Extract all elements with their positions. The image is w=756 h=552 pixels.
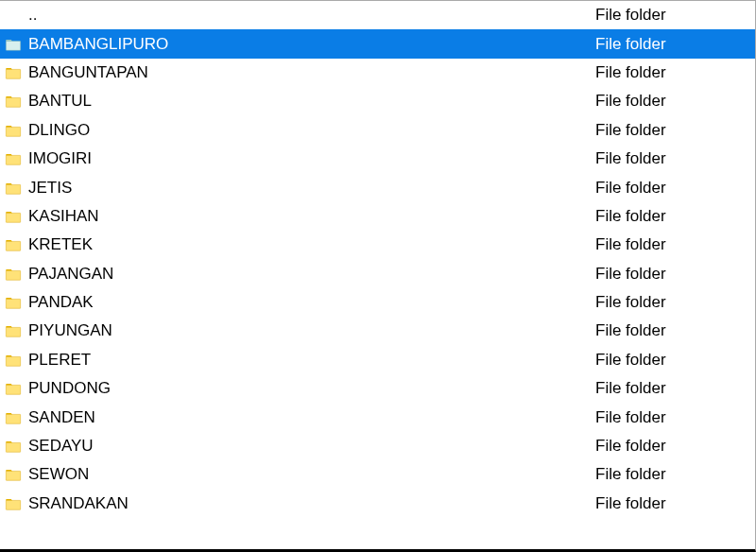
svg-rect-14 bbox=[6, 442, 20, 452]
svg-rect-3 bbox=[6, 127, 20, 136]
svg-rect-0 bbox=[6, 41, 20, 50]
item-name: SEWON bbox=[28, 465, 595, 484]
list-item[interactable]: PUNDONGFile folder bbox=[0, 374, 755, 403]
file-list[interactable]: ..File folderBAMBANGLIPUROFile folderBAN… bbox=[0, 0, 756, 552]
item-name: BAMBANGLIPURO bbox=[28, 35, 595, 54]
svg-rect-2 bbox=[6, 98, 20, 108]
list-item[interactable]: PAJANGANFile folder bbox=[0, 260, 755, 288]
svg-rect-9 bbox=[6, 299, 20, 308]
item-name: SRANDAKAN bbox=[28, 494, 595, 513]
item-type: File folder bbox=[595, 379, 755, 398]
folder-icon bbox=[4, 235, 23, 254]
folder-icon bbox=[4, 379, 23, 398]
list-item[interactable]: JETISFile folder bbox=[0, 173, 755, 201]
item-name: PANDAK bbox=[28, 293, 595, 312]
item-name: SEDAYU bbox=[28, 437, 595, 456]
list-item[interactable]: SEWONFile folder bbox=[0, 460, 755, 489]
svg-rect-8 bbox=[6, 270, 20, 280]
item-name: BANTUL bbox=[28, 92, 595, 111]
svg-rect-13 bbox=[6, 414, 20, 423]
item-type: File folder bbox=[595, 408, 755, 427]
svg-rect-6 bbox=[6, 213, 20, 222]
item-type: File folder bbox=[595, 35, 755, 54]
item-name: PUNDONG bbox=[28, 379, 595, 398]
item-name: BANGUNTAPAN bbox=[28, 63, 595, 82]
item-type: File folder bbox=[595, 351, 755, 370]
item-name: PLERET bbox=[28, 351, 595, 370]
item-type: File folder bbox=[595, 207, 755, 226]
folder-icon bbox=[4, 92, 23, 111]
item-type: File folder bbox=[595, 437, 755, 456]
list-item[interactable]: KRETEKFile folder bbox=[0, 231, 755, 259]
folder-icon bbox=[4, 63, 23, 82]
folder-icon bbox=[4, 265, 23, 284]
folder-icon bbox=[4, 351, 23, 370]
svg-rect-12 bbox=[6, 386, 20, 395]
item-type: File folder bbox=[595, 92, 755, 111]
svg-rect-10 bbox=[6, 328, 20, 337]
item-type: File folder bbox=[595, 235, 755, 254]
item-name: IMOGIRI bbox=[28, 149, 595, 168]
list-item[interactable]: SEDAYUFile folder bbox=[0, 432, 755, 460]
item-name: KASIHAN bbox=[28, 207, 595, 226]
list-item[interactable]: ..File folder bbox=[0, 1, 755, 29]
list-item[interactable]: BANGUNTAPANFile folder bbox=[0, 59, 755, 87]
item-type: File folder bbox=[595, 149, 755, 168]
item-type: File folder bbox=[595, 6, 755, 25]
list-item[interactable]: SANDENFile folder bbox=[0, 403, 755, 431]
item-type: File folder bbox=[595, 465, 755, 484]
list-item[interactable]: PIYUNGANFile folder bbox=[0, 317, 755, 345]
item-type: File folder bbox=[595, 293, 755, 312]
item-name: DLINGO bbox=[28, 121, 595, 140]
list-item[interactable]: DLINGOFile folder bbox=[0, 116, 755, 145]
item-type: File folder bbox=[595, 321, 755, 340]
list-item[interactable]: PLERETFile folder bbox=[0, 346, 755, 374]
item-name: PIYUNGAN bbox=[28, 321, 595, 340]
folder-icon bbox=[4, 437, 23, 456]
list-item[interactable]: IMOGIRIFile folder bbox=[0, 145, 755, 173]
svg-rect-16 bbox=[6, 500, 20, 509]
item-type: File folder bbox=[595, 265, 755, 284]
item-type: File folder bbox=[595, 494, 755, 513]
svg-rect-7 bbox=[6, 242, 20, 251]
item-name: .. bbox=[28, 6, 595, 25]
list-item[interactable]: PANDAKFile folder bbox=[0, 288, 755, 317]
svg-rect-5 bbox=[6, 184, 20, 194]
folder-icon bbox=[4, 149, 23, 168]
folder-icon bbox=[4, 207, 23, 226]
item-name: SANDEN bbox=[28, 408, 595, 427]
folder-icon bbox=[4, 179, 23, 198]
list-item[interactable]: KASIHANFile folder bbox=[0, 202, 755, 231]
list-item[interactable]: SRANDAKANFile folder bbox=[0, 490, 755, 518]
svg-rect-1 bbox=[6, 69, 20, 78]
item-name: KRETEK bbox=[28, 235, 595, 254]
item-type: File folder bbox=[595, 179, 755, 198]
item-type: File folder bbox=[595, 121, 755, 140]
folder-icon bbox=[4, 293, 23, 312]
svg-rect-4 bbox=[6, 156, 20, 165]
item-name: JETIS bbox=[28, 179, 595, 198]
svg-rect-15 bbox=[6, 472, 20, 481]
folder-icon bbox=[4, 35, 23, 54]
list-item[interactable]: BAMBANGLIPUROFile folder bbox=[0, 29, 755, 58]
folder-icon bbox=[4, 494, 23, 513]
item-name: PAJANGAN bbox=[28, 265, 595, 284]
folder-icon bbox=[4, 408, 23, 427]
list-item[interactable]: BANTULFile folder bbox=[0, 87, 755, 115]
folder-icon bbox=[4, 6, 23, 25]
folder-icon bbox=[4, 465, 23, 484]
folder-icon bbox=[4, 121, 23, 140]
item-type: File folder bbox=[595, 63, 755, 82]
svg-rect-11 bbox=[6, 356, 20, 366]
folder-icon bbox=[4, 321, 23, 340]
